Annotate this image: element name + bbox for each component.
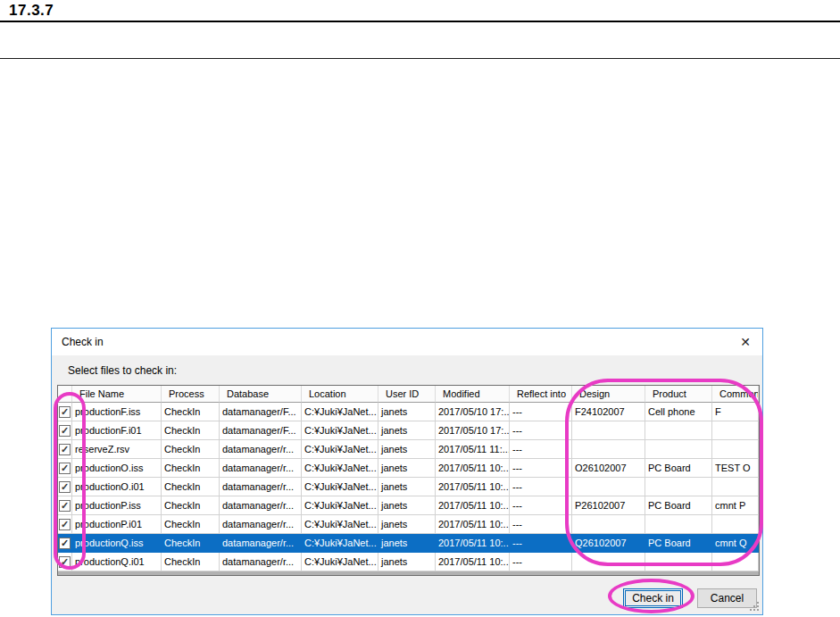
cell-product: PC Board [645, 496, 712, 515]
cell-comment [712, 440, 759, 459]
cell-file-name: productionP.iss [72, 496, 162, 515]
cell-location: C:¥Juki¥JaNet... [302, 403, 378, 421]
checkbox-cell[interactable]: ✓ [58, 534, 72, 553]
cell-location: C:¥Juki¥JaNet... [302, 515, 378, 534]
checkbox-icon[interactable]: ✓ [59, 538, 71, 549]
col-header-design[interactable]: Design [572, 386, 645, 403]
cell-file-name: productionF.i01 [72, 421, 162, 440]
checkbox-cell[interactable]: ✓ [58, 515, 72, 534]
file-table-body: ✓ productionF.iss CheckIn datamanager/F.… [58, 403, 759, 571]
col-header-modified[interactable]: Modified [436, 386, 510, 403]
checkbox-icon[interactable]: ✓ [59, 500, 71, 512]
cell-modified: 2017/05/11 10:... [436, 496, 510, 515]
cell-product [645, 515, 712, 534]
cell-reflect-into: --- [510, 403, 572, 421]
cell-file-name: productionQ.iss [72, 534, 162, 553]
cell-comment: cmnt P [712, 496, 759, 515]
checkbox-icon[interactable]: ✓ [59, 481, 71, 493]
checkbox-cell[interactable]: ✓ [58, 440, 72, 459]
cell-product [645, 421, 712, 440]
table-row[interactable]: ✓ productionF.i01 CheckIn datamanager/F.… [58, 421, 759, 440]
cell-database: datamanager/r... [220, 496, 302, 515]
cell-user-id: janets [378, 478, 436, 496]
col-header-reflect-into[interactable]: Reflect into [510, 386, 572, 403]
col-header-checkbox[interactable] [58, 386, 72, 403]
cell-user-id: janets [378, 403, 436, 421]
cell-process: CheckIn [162, 478, 220, 496]
cell-user-id: janets [378, 553, 436, 571]
cell-reflect-into: --- [510, 496, 572, 515]
cell-process: CheckIn [162, 440, 220, 459]
cell-user-id: janets [378, 421, 436, 440]
instruction-label: Select files to check in: [68, 364, 177, 377]
table-row[interactable]: ✓ productionF.iss CheckIn datamanager/F.… [58, 403, 759, 421]
dialog-titlebar[interactable]: Check in ✕ [52, 329, 762, 355]
cell-modified: 2017/05/11 10:... [436, 534, 510, 553]
cell-comment: F [712, 403, 759, 421]
cell-comment [712, 515, 759, 534]
cell-process: CheckIn [162, 553, 220, 571]
close-icon[interactable]: ✕ [740, 329, 751, 355]
cell-modified: 2017/05/11 11:... [436, 440, 510, 459]
checkbox-cell[interactable]: ✓ [58, 459, 72, 478]
checkbox-cell[interactable]: ✓ [58, 496, 72, 515]
col-header-file-name[interactable]: File Name [72, 386, 162, 403]
checkbox-icon[interactable]: ✓ [59, 463, 71, 474]
cancel-button[interactable]: Cancel [697, 588, 757, 608]
table-header-row: File Name Process Database Location User… [58, 386, 759, 403]
check-in-button[interactable]: Check in [623, 588, 683, 608]
table-row[interactable]: ✓ productionP.iss CheckIn datamanager/r.… [58, 496, 759, 515]
col-header-comment[interactable]: Comment [712, 386, 759, 403]
checkbox-icon[interactable]: ✓ [59, 406, 71, 418]
table-row[interactable]: ✓ productionO.iss CheckIn datamanager/r.… [58, 459, 759, 478]
checkbox-icon[interactable]: ✓ [59, 519, 71, 530]
cell-user-id: janets [378, 440, 436, 459]
cell-user-id: janets [378, 459, 436, 478]
cell-file-name: productionP.i01 [72, 515, 162, 534]
cell-modified: 2017/05/11 10:... [436, 553, 510, 571]
checkbox-cell[interactable]: ✓ [58, 553, 72, 571]
cell-modified: 2017/05/10 17:... [436, 421, 510, 440]
horizontal-rule-top [0, 21, 840, 22]
cell-reflect-into: --- [510, 553, 572, 571]
cell-modified: 2017/05/11 10:... [436, 515, 510, 534]
col-header-process[interactable]: Process [162, 386, 220, 403]
cell-design [572, 515, 645, 534]
cell-file-name: productionQ.i01 [72, 553, 162, 571]
cell-comment [712, 553, 759, 571]
cell-location: C:¥Juki¥JaNet... [302, 478, 378, 496]
checkbox-icon[interactable]: ✓ [59, 444, 71, 455]
file-list: File Name Process Database Location User… [57, 385, 760, 576]
cell-process: CheckIn [162, 421, 220, 440]
col-header-product[interactable]: Product [645, 386, 712, 403]
table-row[interactable]: ✓ productionQ.iss CheckIn datamanager/r.… [58, 534, 759, 553]
cell-database: datamanager/r... [220, 553, 302, 571]
cell-reflect-into: --- [510, 459, 572, 478]
table-row[interactable]: ✓ productionO.i01 CheckIn datamanager/r.… [58, 478, 759, 496]
checkbox-cell[interactable]: ✓ [58, 421, 72, 440]
cell-reflect-into: --- [510, 534, 572, 553]
table-row[interactable]: ✓ reserveZ.rsv CheckIn datamanager/r... … [58, 440, 759, 459]
horizontal-rule-second [0, 58, 840, 59]
table-row[interactable]: ✓ productionP.i01 CheckIn datamanager/r.… [58, 515, 759, 534]
col-header-location[interactable]: Location [302, 386, 378, 403]
cell-location: C:¥Juki¥JaNet... [302, 440, 378, 459]
cell-process: CheckIn [162, 515, 220, 534]
col-header-user-id[interactable]: User ID [378, 386, 436, 403]
cell-design [572, 440, 645, 459]
checkbox-icon[interactable]: ✓ [59, 556, 71, 568]
col-header-database[interactable]: Database [220, 386, 302, 403]
checkbox-icon[interactable]: ✓ [59, 425, 71, 437]
cell-design [572, 421, 645, 440]
resize-grip-icon[interactable] [749, 601, 759, 611]
table-row[interactable]: ✓ productionQ.i01 CheckIn datamanager/r.… [58, 553, 759, 571]
cell-design [572, 553, 645, 571]
cell-file-name: reserveZ.rsv [72, 440, 162, 459]
cell-design: F24102007 [572, 403, 645, 421]
checkbox-cell[interactable]: ✓ [58, 478, 72, 496]
cell-file-name: productionO.iss [72, 459, 162, 478]
checkbox-cell[interactable]: ✓ [58, 403, 72, 421]
cell-modified: 2017/05/11 10:... [436, 459, 510, 478]
section-heading: 17.3.7 [9, 2, 54, 20]
cell-location: C:¥Juki¥JaNet... [302, 459, 378, 478]
